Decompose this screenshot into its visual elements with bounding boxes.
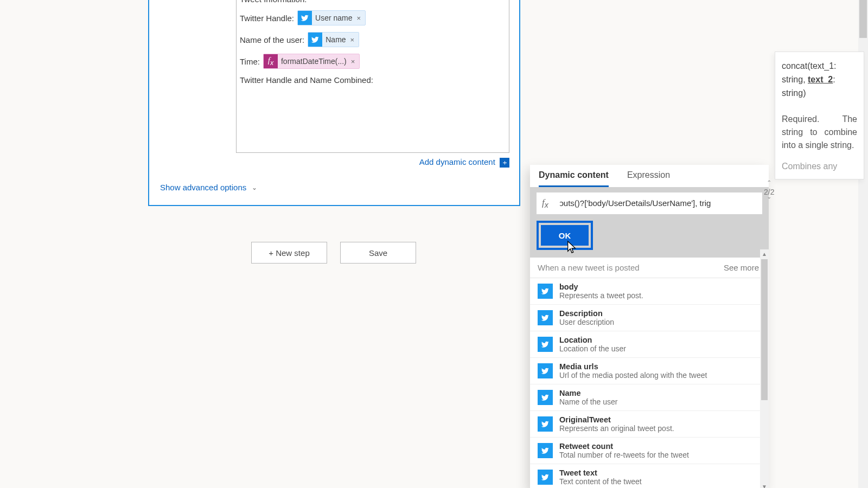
pager-down-icon[interactable]: ˇ	[764, 197, 774, 205]
sig-current-param: text_2	[808, 75, 833, 84]
action-card: Tweet Information: Twitter Handle: User …	[148, 0, 520, 206]
add-dynamic-content-link[interactable]: Add dynamic content	[419, 157, 495, 166]
token-formatdatetime[interactable]: fx formatDateTime(...) ×	[263, 54, 360, 69]
show-advanced-label: Show advanced options	[160, 183, 246, 192]
item-title: body	[559, 282, 643, 291]
list-item[interactable]: OriginalTweetRepresents an original twee…	[530, 411, 769, 438]
plus-icon[interactable]: ＋	[500, 158, 509, 168]
ok-button[interactable]: OK	[541, 225, 589, 246]
expression-input[interactable]: fx ɔuts()?['body/UserDetails/UserName'],…	[537, 192, 762, 214]
dynamic-content-list: bodyRepresents a tweet post.DescriptionU…	[530, 278, 769, 488]
item-title: Name	[559, 389, 617, 397]
tweet-info-label: Tweet Information:	[240, 0, 307, 4]
twitter-icon	[538, 470, 553, 485]
pager-value: 2/2	[764, 188, 774, 196]
twitter-icon	[538, 363, 553, 378]
body-textarea[interactable]: Tweet Information: Twitter Handle: User …	[236, 0, 509, 153]
save-button[interactable]: Save	[340, 242, 416, 264]
section-header: When a new tweet is posted See more	[530, 258, 769, 278]
popup-tabs: Dynamic content Expression	[530, 165, 769, 187]
item-title: Tweet text	[559, 468, 642, 477]
twitter-icon	[298, 11, 312, 25]
token-name[interactable]: Name ×	[308, 32, 359, 47]
section-title: When a new tweet is posted	[538, 263, 640, 272]
twitter-icon	[538, 337, 553, 352]
list-item[interactable]: NameName of the user	[530, 384, 769, 411]
new-step-button[interactable]: + New step	[251, 242, 327, 264]
signature-description: Required. The string to combine into a s…	[782, 113, 857, 152]
token-remove-icon[interactable]: ×	[357, 14, 361, 22]
fx-icon: fx	[542, 197, 548, 209]
footer-buttons: + New step Save	[251, 242, 416, 264]
item-desc: Total number of re-tweets for the tweet	[559, 451, 689, 459]
item-title: Retweet count	[559, 442, 689, 451]
dynamic-content-popup: Dynamic content Expression fx ɔuts()?['b…	[530, 165, 769, 488]
item-title: OriginalTweet	[559, 415, 674, 424]
list-item[interactable]: Retweet countTotal number of re-tweets f…	[530, 438, 769, 464]
list-item[interactable]: Tweet textText content of the tweet	[530, 464, 769, 488]
twitter-icon	[538, 443, 553, 458]
page-scrollbar-thumb[interactable]	[859, 0, 867, 38]
fx-icon: fx	[264, 54, 278, 68]
token-remove-icon[interactable]: ×	[351, 57, 355, 66]
token-label: Name	[326, 35, 346, 44]
function-signature-tooltip: concat(text_1: string, text_2: string) R…	[775, 52, 864, 179]
item-title: Media urls	[559, 362, 707, 371]
pager-up-icon[interactable]: ˆ	[764, 180, 774, 188]
list-item[interactable]: bodyRepresents a tweet post.	[530, 278, 769, 305]
twitter-icon	[538, 416, 553, 432]
overload-pager[interactable]: ˆ 2/2 ˇ	[764, 180, 774, 205]
combined-label: Twitter Handle and Name Combined:	[240, 75, 373, 85]
item-desc: Text content of the tweet	[559, 477, 642, 486]
list-item[interactable]: LocationLocation of the user	[530, 331, 769, 358]
expression-band: fx ɔuts()?['body/UserDetails/UserName'],…	[530, 187, 769, 258]
show-advanced-options[interactable]: Show advanced options ⌄	[160, 183, 257, 192]
token-label: User name	[315, 14, 352, 22]
tab-dynamic-content[interactable]: Dynamic content	[539, 170, 609, 187]
see-more-link[interactable]: See more	[724, 263, 759, 272]
item-desc: User description	[559, 318, 614, 326]
item-desc: Url of the media posted along with the t…	[559, 371, 707, 380]
item-desc: Represents a tweet post.	[559, 291, 643, 300]
scroll-up-icon[interactable]: ▲	[760, 249, 769, 258]
popup-scrollbar-thumb[interactable]	[761, 259, 768, 400]
twitter-icon	[538, 390, 553, 405]
twitter-icon	[538, 284, 553, 299]
signature-cutoff: Combines any	[782, 162, 857, 171]
name-of-user-label: Name of the user:	[240, 35, 304, 44]
list-item[interactable]: Media urlsUrl of the media posted along …	[530, 358, 769, 384]
twitter-handle-label: Twitter Handle:	[240, 14, 294, 23]
expression-text: ɔuts()?['body/UserDetails/UserName'], tr…	[559, 198, 711, 208]
time-label: Time:	[240, 57, 260, 66]
token-remove-icon[interactable]: ×	[350, 36, 355, 44]
item-desc: Location of the user	[559, 344, 626, 353]
twitter-icon	[308, 33, 322, 47]
item-title: Description	[559, 309, 614, 318]
tab-expression[interactable]: Expression	[627, 170, 670, 187]
ok-button-highlight: OK	[537, 221, 593, 250]
signature-text: concat(text_1: string, text_2: string)	[782, 60, 857, 100]
popup-scrollbar[interactable]: ▲ ▼	[760, 249, 769, 488]
scroll-down-icon[interactable]: ▼	[760, 482, 769, 488]
list-item[interactable]: DescriptionUser description	[530, 305, 769, 331]
item-title: Location	[559, 336, 626, 344]
token-user-name[interactable]: User name ×	[297, 10, 366, 25]
item-desc: Represents an original tweet post.	[559, 424, 674, 433]
chevron-down-icon: ⌄	[252, 184, 257, 191]
twitter-icon	[538, 310, 553, 325]
token-label: formatDateTime(...)	[281, 57, 347, 66]
item-desc: Name of the user	[559, 397, 617, 406]
